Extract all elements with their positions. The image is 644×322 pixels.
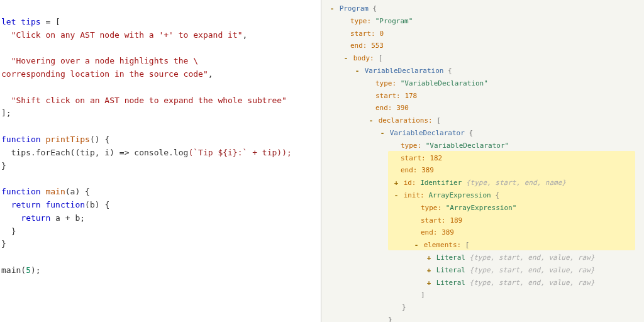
node-variabledeclaration[interactable]: VariableDeclaration xyxy=(365,67,444,75)
equals-arr-open: = [ xyxy=(41,17,60,26)
string-literal-2a: "Hovering over a node highlights the \ xyxy=(11,56,198,65)
ast-tree-pane[interactable]: - Program { type: "Program" start: 0 end… xyxy=(321,0,644,322)
node-program[interactable]: Program xyxy=(340,4,369,13)
toggle-collapse-icon[interactable]: - xyxy=(354,65,360,77)
node-literal[interactable]: Literal xyxy=(436,279,465,287)
toggle-expand-icon[interactable]: + xyxy=(426,264,432,277)
node-literal[interactable]: Literal xyxy=(436,266,465,274)
fn-printTips: printTips xyxy=(45,135,89,144)
toggle-expand-icon[interactable]: + xyxy=(393,177,399,189)
array-close: ]; xyxy=(1,108,11,118)
var-tips: tips xyxy=(21,17,40,26)
node-variabledeclarator[interactable]: VariableDeclarator xyxy=(390,129,465,137)
toggle-collapse-icon[interactable]: - xyxy=(393,189,399,202)
string-literal-1: "Click on any AST node with a '+' to exp… xyxy=(11,30,243,40)
string-literal-2b: corresponding location in the source cod… xyxy=(1,69,208,79)
toggle-expand-icon[interactable]: + xyxy=(426,277,432,289)
toggle-collapse-icon[interactable]: - xyxy=(343,52,349,65)
toggle-collapse-icon[interactable]: - xyxy=(368,114,374,127)
node-arrayexpression[interactable]: ArrayExpression xyxy=(428,191,491,199)
toggle-collapse-icon[interactable]: - xyxy=(379,127,386,140)
fn-main: main xyxy=(45,187,65,196)
toggle-collapse-icon[interactable]: - xyxy=(329,3,335,15)
toggle-expand-icon[interactable]: + xyxy=(426,252,432,264)
string-literal-3: "Shift click on an AST node to expand th… xyxy=(11,96,287,105)
keyword-let: let xyxy=(1,17,16,26)
node-literal[interactable]: Literal xyxy=(436,253,465,262)
code-editor-pane[interactable]: let tips = [ "Click on any AST node with… xyxy=(0,0,321,322)
toggle-collapse-icon[interactable]: - xyxy=(413,239,419,252)
